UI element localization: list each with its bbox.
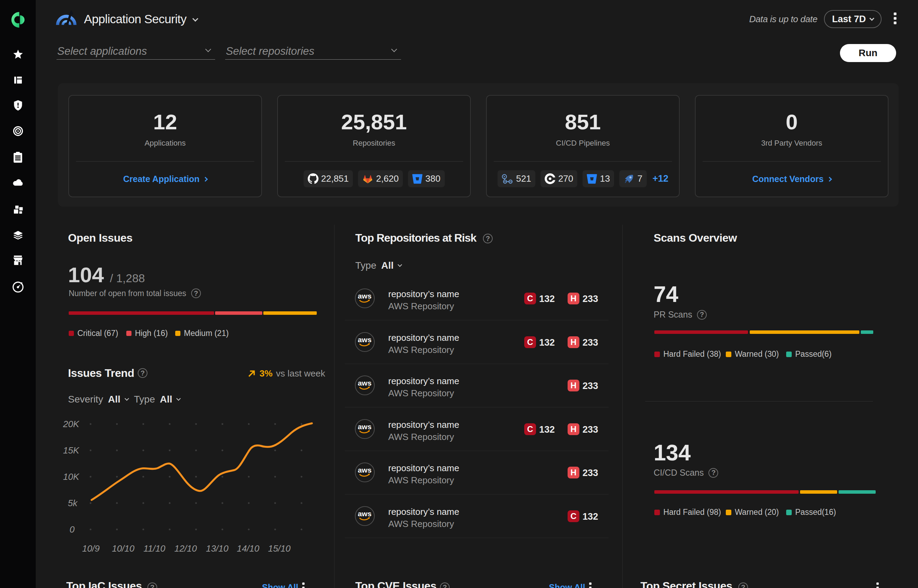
svg-text:10/9: 10/9 [82, 543, 100, 554]
svg-text:aws: aws [358, 466, 372, 474]
svg-text:10/10: 10/10 [112, 543, 134, 554]
svg-text:aws: aws [358, 292, 372, 300]
svg-text:aws: aws [358, 423, 372, 431]
svg-text:5k: 5k [68, 498, 78, 508]
svg-text:aws: aws [358, 379, 372, 387]
svg-text:20K: 20K [63, 419, 80, 429]
svg-text:12/10: 12/10 [174, 543, 197, 554]
svg-text:13/10: 13/10 [206, 543, 228, 554]
svg-text:11/10: 11/10 [143, 543, 165, 554]
svg-text:15K: 15K [63, 445, 80, 456]
svg-text:10K: 10K [63, 472, 80, 482]
svg-text:aws: aws [358, 510, 372, 518]
svg-text:14/10: 14/10 [236, 543, 259, 554]
svg-text:15/10: 15/10 [268, 543, 291, 554]
svg-text:0: 0 [70, 524, 75, 535]
svg-text:aws: aws [358, 336, 372, 344]
